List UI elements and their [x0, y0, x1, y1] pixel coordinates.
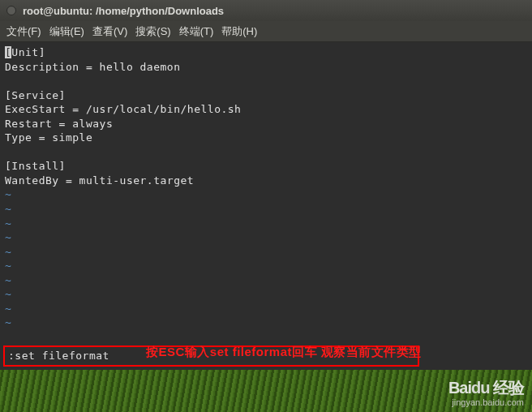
line-10: WantedBy = multi-user.target: [5, 174, 194, 187]
tilde-line: ~: [5, 316, 11, 328]
close-icon[interactable]: [6, 6, 16, 15]
titlebar: root@ubuntu: /home/python/Downloads: [0, 0, 532, 21]
tilde-line: ~: [5, 188, 11, 200]
menu-file[interactable]: 文件(F): [6, 24, 41, 39]
wm-left: Bai: [448, 379, 471, 397]
line-1-rest: Unit]: [11, 46, 45, 58]
wm-cn: 经验: [493, 379, 524, 397]
tilde-line: ~: [5, 231, 11, 243]
line-7: Type = simple: [5, 131, 92, 144]
line-5: ExecStart = /usr/local/bin/hello.sh: [5, 103, 241, 115]
wm-right: du: [471, 379, 489, 397]
tilde-line: ~: [5, 288, 11, 300]
annotation-text: 按ESC输入set fileformat回车 观察当前文件类型: [146, 344, 422, 360]
tilde-line: ~: [5, 246, 11, 258]
watermark-logo: Baidu 经验: [448, 377, 524, 399]
menubar: 文件(F) 编辑(E) 查看(V) 搜索(S) 终端(T) 帮助(H): [0, 21, 532, 42]
line-9: [Install]: [5, 160, 66, 172]
watermark: Baidu 经验 jingyan.baidu.com: [448, 377, 524, 407]
tilde-line: ~: [5, 274, 11, 286]
watermark-url: jingyan.baidu.com: [448, 397, 524, 407]
tilde-line: ~: [5, 203, 11, 215]
menu-search[interactable]: 搜索(S): [135, 24, 170, 39]
line-4: [Service]: [5, 89, 66, 101]
tilde-line: ~: [5, 260, 11, 272]
line-2: Description = hello daemon: [5, 61, 181, 73]
footer: Baidu 经验 jingyan.baidu.com: [0, 370, 532, 412]
vim-command: :set fileformat: [8, 350, 109, 362]
menu-terminal[interactable]: 终端(T): [179, 24, 214, 39]
terminal-editor[interactable]: [Unit] Description = hello daemon [Servi…: [0, 42, 532, 370]
line-6: Restart = always: [5, 118, 113, 130]
tilde-line: ~: [5, 217, 11, 230]
menu-help[interactable]: 帮助(H): [221, 24, 257, 39]
window-title: root@ubuntu: /home/python/Downloads: [23, 5, 224, 17]
menu-view[interactable]: 查看(V): [92, 24, 127, 39]
menu-edit[interactable]: 编辑(E): [49, 24, 84, 39]
tilde-line: ~: [5, 303, 11, 315]
